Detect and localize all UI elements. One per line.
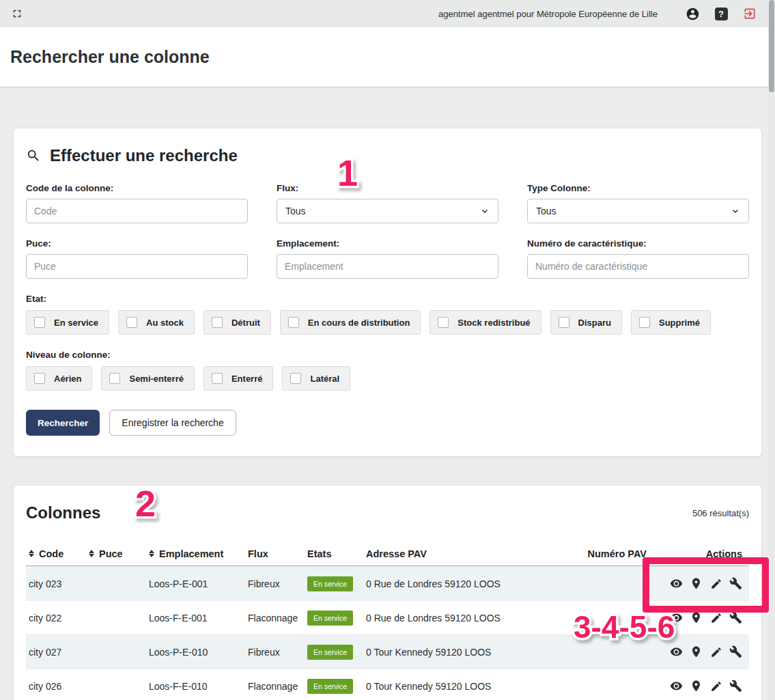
view-icon[interactable] [670,577,683,590]
edit-icon[interactable] [709,680,722,692]
niveau-chip-enterre[interactable]: Enterré [203,366,274,391]
niveau-label: Niveau de colonne: [26,350,749,360]
sort-icon[interactable] [29,550,34,557]
edit-icon[interactable] [709,645,722,658]
chip-label: Latéral [310,374,339,384]
status-badge: En service [307,576,353,591]
search-button[interactable]: Rechercher [26,410,100,436]
column-header-label: Etats [307,548,331,559]
status-badge: En service [307,679,353,694]
etat-checkbox-au-stock[interactable] [126,317,137,328]
page-title-bar: Rechercher une colonne [0,27,775,87]
cell-flux: Fibreux [248,578,307,589]
column-header-puce[interactable]: Puce [89,548,149,559]
cell-etats: En service [307,679,366,694]
column-header-code[interactable]: Code [29,548,89,559]
cell-emplacement: Loos-P-E-001 [149,578,248,589]
etat-chip-disparu[interactable]: Disparu [550,310,622,335]
scrollbar-thumb[interactable] [769,0,774,92]
column-header-label: Numéro PAV [588,548,647,559]
view-icon[interactable] [670,645,683,658]
table-row: city 022 Loos-F-E-001 Flaconnage En serv… [26,600,749,634]
emplacement-input[interactable] [277,254,498,279]
niveau-checkbox-semi-enterre[interactable] [109,373,120,384]
code-input[interactable] [26,199,248,223]
fullscreen-icon[interactable] [10,6,25,21]
wrench-icon[interactable] [729,680,742,692]
edit-icon[interactable] [709,611,722,624]
flux-select[interactable]: Tous [277,199,498,223]
cell-adresse-pav: 0 Rue de Londres 59120 LOOS [366,613,572,624]
column-header-adresse-pav: Adresse PAV [366,548,572,559]
etat-checkbox-en-cours-de-distribution[interactable] [288,317,299,328]
etat-checkbox-detruit[interactable] [212,317,223,328]
scrollbar[interactable] [768,0,775,700]
results-panel-title: Colonnes [26,503,100,522]
wrench-icon[interactable] [729,645,742,658]
save-search-button[interactable]: Enregistrer la recherche [109,410,236,436]
numero-caracteristique-input[interactable] [527,254,749,279]
cell-actions [647,611,742,624]
etat-chip-detruit[interactable]: Détruit [203,310,271,335]
cell-emplacement: Loos-F-E-010 [149,681,248,692]
niveau-chip-semi-enterre[interactable]: Semi-enterré [101,366,194,391]
cell-emplacement: Loos-P-E-010 [149,647,248,658]
niveau-chip-lateral[interactable]: Latéral [282,366,350,391]
topbar: agentmel agentmel pour Métropole Europée… [0,0,775,27]
edit-icon[interactable] [709,577,722,590]
column-header-label: Puce [99,548,123,559]
status-badge: En service [307,645,353,660]
chip-label: En cours de distribution [308,318,410,328]
map-pin-icon[interactable] [690,577,703,590]
etat-checkbox-en-service[interactable] [34,317,45,328]
column-header-label: Adresse PAV [366,548,427,559]
etat-group: Etat: En service Au stock Détruit En cou… [26,294,749,335]
etat-chip-en-cours-de-distribution[interactable]: En cours de distribution [280,310,421,335]
map-pin-icon[interactable] [690,611,703,624]
cell-code: city 022 [29,613,89,624]
view-icon[interactable] [670,611,683,624]
logout-icon[interactable] [742,6,757,21]
niveau-group: Niveau de colonne: Aérien Semi-enterré E… [26,350,749,391]
view-icon[interactable] [670,680,683,692]
cell-adresse-pav: 0 Tour Kennedy 59120 LOOS [366,647,572,658]
etat-chip-supprime[interactable]: Supprimé [631,310,711,335]
account-icon[interactable] [685,6,700,21]
etat-chip-stock-redistribue[interactable]: Stock redistribué [429,310,541,335]
cell-code: city 027 [29,647,89,658]
help-icon[interactable]: ? [714,6,729,21]
etat-chip-au-stock[interactable]: Au stock [118,310,195,335]
chip-label: Enterré [231,374,263,384]
etat-checkbox-stock-redistribue[interactable] [438,317,449,328]
cell-etats: En service [307,611,366,626]
results-table: Code Puce Emplacement Flux Etats Adresse… [26,542,749,700]
wrench-icon[interactable] [729,611,742,624]
search-panel-title: Effectuer une recherche [50,146,238,165]
type-colonne-select[interactable]: Tous [527,199,749,223]
puce-input[interactable] [26,254,248,279]
field-puce: Puce: [26,238,248,279]
etat-chip-en-service[interactable]: En service [26,310,109,335]
column-header-emplacement[interactable]: Emplacement [149,548,248,559]
sort-icon[interactable] [89,550,94,557]
etat-checkbox-supprime[interactable] [639,317,650,328]
chip-label: Supprimé [659,318,700,328]
chip-label: En service [54,318,98,328]
column-header-actions: Actions [647,548,742,559]
chip-label: Semi-enterré [129,374,183,384]
cell-adresse-pav: 0 Tour Kennedy 59120 LOOS [366,681,572,692]
wrench-icon[interactable] [729,577,742,590]
cell-flux: Flaconnage [248,613,307,624]
etat-checkbox-disparu[interactable] [559,317,569,328]
map-pin-icon[interactable] [690,645,703,658]
map-pin-icon[interactable] [690,680,703,692]
niveau-checkbox-aerien[interactable] [34,373,45,384]
niveau-chip-aerien[interactable]: Aérien [26,366,92,391]
cell-actions [647,577,742,590]
niveau-checkbox-enterre[interactable] [212,373,223,384]
cell-emplacement: Loos-F-E-001 [149,613,248,624]
niveau-checkbox-lateral[interactable] [290,373,301,384]
code-label: Code de la colonne: [26,183,248,193]
field-code: Code de la colonne: [26,183,248,223]
sort-icon[interactable] [149,550,154,557]
